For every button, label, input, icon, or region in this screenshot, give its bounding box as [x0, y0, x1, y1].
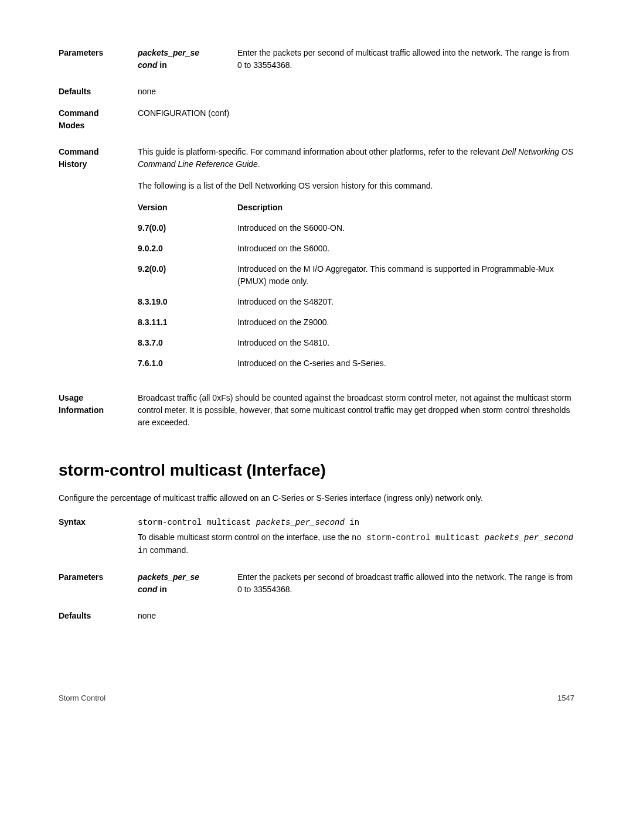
syntax-suffix: in	[345, 518, 359, 527]
command-modes-label: Command Modes	[59, 107, 138, 132]
version-cell: 8.3.19.0	[138, 296, 237, 308]
version-table: Version Description 9.7(0.0) Introduced …	[138, 202, 574, 370]
parameters-content: packets_per_se cond in Enter the packets…	[138, 47, 574, 71]
param-name-2-l2: cond	[138, 585, 157, 594]
syntax-l2-italic: packets_per_second	[485, 533, 573, 542]
intro1-p1: This guide is platform-specific. For com…	[138, 147, 502, 156]
table-row: 8.3.7.0 Introduced on the S4810.	[138, 337, 574, 349]
parameters-label-2: Parameters	[59, 571, 138, 596]
command-modes-value: CONFIGURATION (conf)	[138, 107, 574, 132]
page-title: storm-control multicast (Interface)	[59, 458, 574, 483]
parameters-content-2: packets_per_se cond in Enter the packets…	[138, 571, 574, 596]
param-name-2-suffix: in	[157, 585, 166, 594]
config-intro: Configure the percentage of multicast tr…	[59, 492, 574, 504]
table-row: 8.3.11.1 Introduced on the Z9000.	[138, 316, 574, 329]
syntax-content: storm-control multicast packets_per_seco…	[138, 516, 574, 557]
table-row: 9.7(0.0) Introduced on the S6000-ON.	[138, 222, 574, 234]
description-cell: Introduced on the S4820T.	[237, 296, 574, 308]
description-cell: Introduced on the C-series and S-Series.	[237, 357, 574, 370]
syntax-l2-code1: no storm-control multicast	[352, 533, 485, 542]
usage-text: Broadcast traffic (all 0xFs) should be c…	[138, 392, 574, 429]
page-footer: Storm Control 1547	[59, 692, 574, 704]
command-history-content: This guide is platform-specific. For com…	[138, 146, 574, 378]
param-desc: Enter the packets per second of multicas…	[237, 47, 574, 71]
defaults-label: Defaults	[59, 86, 138, 98]
param-name: packets_per_se cond in	[138, 47, 237, 71]
version-cell: 9.2(0.0)	[138, 263, 237, 288]
version-cell: 7.6.1.0	[138, 357, 237, 370]
syntax-l2-suffix: command.	[148, 545, 188, 555]
command-modes-section: Command Modes CONFIGURATION (conf)	[59, 107, 574, 132]
parameters-section-2: Parameters packets_per_se cond in Enter …	[59, 571, 574, 596]
command-history-section: Command History This guide is platform-s…	[59, 146, 574, 378]
syntax-l2-code2: in	[138, 546, 148, 555]
history-intro-2: The following is a list of the Dell Netw…	[138, 180, 574, 192]
table-row: 8.3.19.0 Introduced on the S4820T.	[138, 296, 574, 308]
syntax-param: packets_per_second	[256, 518, 345, 527]
description-header: Description	[237, 202, 574, 214]
version-header: Version	[138, 202, 237, 214]
usage-label-l1: Usage	[59, 393, 83, 402]
cmd-modes-label-l2: Modes	[59, 121, 84, 130]
table-header-row: Version Description	[138, 202, 574, 214]
description-cell: Introduced on the M I/O Aggregator. This…	[237, 263, 574, 288]
usage-label-l2: Information	[59, 405, 104, 415]
param-row: packets_per_se cond in Enter the packets…	[138, 47, 574, 71]
syntax-l2-prefix: To disable multicast storm control on th…	[138, 532, 352, 542]
param-row-2: packets_per_se cond in Enter the packets…	[138, 571, 574, 596]
version-cell: 8.3.7.0	[138, 337, 237, 349]
param-name-2-l1: packets_per_se	[138, 572, 199, 582]
syntax-label: Syntax	[59, 516, 138, 557]
history-intro-1: This guide is platform-specific. For com…	[138, 146, 574, 170]
description-cell: Introduced on the S6000-ON.	[237, 222, 574, 234]
command-history-label: Command History	[59, 146, 138, 378]
param-name-line1: packets_per_se	[138, 48, 199, 57]
version-cell: 9.7(0.0)	[138, 222, 237, 234]
description-cell: Introduced on the S4810.	[237, 337, 574, 349]
footer-left: Storm Control	[59, 692, 106, 704]
defaults-section: Defaults none	[59, 86, 574, 98]
syntax-cmd: storm-control multicast	[138, 518, 256, 527]
version-cell: 9.0.2.0	[138, 243, 237, 255]
table-row: 9.0.2.0 Introduced on the S6000.	[138, 243, 574, 255]
param-name-2: packets_per_se cond in	[138, 571, 237, 596]
parameters-label: Parameters	[59, 47, 138, 71]
defaults-section-2: Defaults none	[59, 610, 574, 622]
footer-right: 1547	[557, 692, 574, 704]
intro1-p2: .	[258, 159, 260, 169]
table-row: 9.2(0.0) Introduced on the M I/O Aggrega…	[138, 263, 574, 288]
defaults-label-2: Defaults	[59, 610, 138, 622]
param-name-suffix: in	[157, 60, 166, 70]
usage-label: Usage Information	[59, 392, 138, 429]
syntax-line1: storm-control multicast packets_per_seco…	[138, 516, 574, 529]
syntax-section: Syntax storm-control multicast packets_p…	[59, 516, 574, 557]
cmd-modes-label-l1: Command	[59, 108, 98, 118]
description-cell: Introduced on the Z9000.	[237, 316, 574, 329]
defaults-value: none	[138, 86, 574, 98]
defaults-value-2: none	[138, 610, 574, 622]
param-desc-2: Enter the packets per second of broadcas…	[237, 571, 574, 596]
cmd-hist-label-l2: History	[59, 159, 87, 169]
usage-info-section: Usage Information Broadcast traffic (all…	[59, 392, 574, 429]
table-row: 7.6.1.0 Introduced on the C-series and S…	[138, 357, 574, 370]
version-cell: 8.3.11.1	[138, 316, 237, 329]
param-name-line2: cond	[138, 60, 157, 70]
cmd-hist-label-l1: Command	[59, 147, 98, 156]
parameters-section: Parameters packets_per_se cond in Enter …	[59, 47, 574, 71]
syntax-line2: To disable multicast storm control on th…	[138, 531, 574, 557]
description-cell: Introduced on the S6000.	[237, 243, 574, 255]
